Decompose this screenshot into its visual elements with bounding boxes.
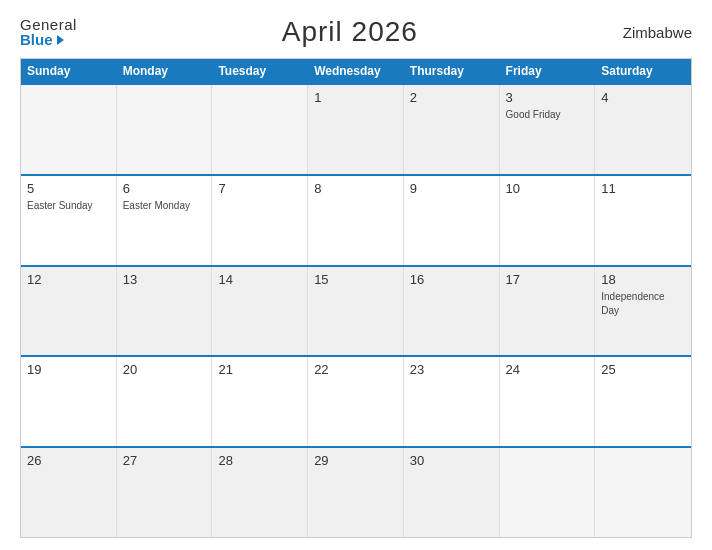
calendar-header: Sunday Monday Tuesday Wednesday Thursday… (21, 59, 691, 83)
holiday-label: Good Friday (506, 109, 561, 120)
day-number: 21 (218, 362, 301, 377)
holiday-label: Easter Monday (123, 200, 190, 211)
day-number: 23 (410, 362, 493, 377)
logo-triangle-icon (57, 35, 64, 45)
country-label: Zimbabwe (623, 24, 692, 41)
day-number: 3 (506, 90, 589, 105)
cal-cell-week4-day7: 25 (595, 357, 691, 446)
cal-cell-week4-day5: 23 (404, 357, 500, 446)
calendar-week-5: 2627282930 (21, 446, 691, 537)
logo: General Blue (20, 17, 77, 47)
cal-cell-week1-day4: 1 (308, 85, 404, 174)
day-number: 2 (410, 90, 493, 105)
day-number: 9 (410, 181, 493, 196)
day-number: 20 (123, 362, 206, 377)
cal-cell-week5-day4: 29 (308, 448, 404, 537)
calendar-grid: Sunday Monday Tuesday Wednesday Thursday… (20, 58, 692, 538)
cal-cell-week1-day7: 4 (595, 85, 691, 174)
day-number: 13 (123, 272, 206, 287)
header-saturday: Saturday (595, 59, 691, 83)
day-number: 25 (601, 362, 685, 377)
day-number: 17 (506, 272, 589, 287)
cal-cell-week5-day6 (500, 448, 596, 537)
day-number: 14 (218, 272, 301, 287)
header-wednesday: Wednesday (308, 59, 404, 83)
header-tuesday: Tuesday (212, 59, 308, 83)
day-number: 16 (410, 272, 493, 287)
cal-cell-week3-day7: 18Independence Day (595, 267, 691, 356)
day-number: 5 (27, 181, 110, 196)
cal-cell-week1-day6: 3Good Friday (500, 85, 596, 174)
cal-cell-week5-day2: 27 (117, 448, 213, 537)
day-number: 24 (506, 362, 589, 377)
page-header: General Blue April 2026 Zimbabwe (20, 16, 692, 48)
calendar-week-3: 12131415161718Independence Day (21, 265, 691, 356)
cal-cell-week2-day7: 11 (595, 176, 691, 265)
day-number: 26 (27, 453, 110, 468)
day-number: 12 (27, 272, 110, 287)
day-number: 30 (410, 453, 493, 468)
logo-blue-text: Blue (20, 32, 77, 47)
cal-cell-week4-day6: 24 (500, 357, 596, 446)
cal-cell-week2-day4: 8 (308, 176, 404, 265)
day-number: 6 (123, 181, 206, 196)
cal-cell-week3-day5: 16 (404, 267, 500, 356)
day-number: 7 (218, 181, 301, 196)
cal-cell-week4-day4: 22 (308, 357, 404, 446)
calendar-week-2: 5Easter Sunday6Easter Monday7891011 (21, 174, 691, 265)
cal-cell-week5-day5: 30 (404, 448, 500, 537)
header-friday: Friday (500, 59, 596, 83)
cal-cell-week5-day7 (595, 448, 691, 537)
day-number: 11 (601, 181, 685, 196)
calendar-week-4: 19202122232425 (21, 355, 691, 446)
cal-cell-week3-day1: 12 (21, 267, 117, 356)
cal-cell-week5-day3: 28 (212, 448, 308, 537)
calendar-week-1: 123Good Friday4 (21, 83, 691, 174)
calendar-page: General Blue April 2026 Zimbabwe Sunday … (0, 0, 712, 550)
day-number: 10 (506, 181, 589, 196)
cal-cell-week1-day5: 2 (404, 85, 500, 174)
day-number: 27 (123, 453, 206, 468)
cal-cell-week5-day1: 26 (21, 448, 117, 537)
cal-cell-week1-day2 (117, 85, 213, 174)
cal-cell-week2-day6: 10 (500, 176, 596, 265)
day-number: 15 (314, 272, 397, 287)
holiday-label: Independence Day (601, 291, 664, 316)
calendar-body: 123Good Friday45Easter Sunday6Easter Mon… (21, 83, 691, 537)
day-number: 4 (601, 90, 685, 105)
cal-cell-week4-day3: 21 (212, 357, 308, 446)
day-number: 18 (601, 272, 685, 287)
cal-cell-week2-day5: 9 (404, 176, 500, 265)
header-monday: Monday (117, 59, 213, 83)
cal-cell-week2-day1: 5Easter Sunday (21, 176, 117, 265)
cal-cell-week3-day4: 15 (308, 267, 404, 356)
cal-cell-week4-day1: 19 (21, 357, 117, 446)
cal-cell-week3-day2: 13 (117, 267, 213, 356)
cal-cell-week2-day2: 6Easter Monday (117, 176, 213, 265)
page-title: April 2026 (282, 16, 418, 48)
cal-cell-week4-day2: 20 (117, 357, 213, 446)
cal-cell-week1-day3 (212, 85, 308, 174)
day-number: 29 (314, 453, 397, 468)
day-number: 22 (314, 362, 397, 377)
cal-cell-week3-day3: 14 (212, 267, 308, 356)
cal-cell-week3-day6: 17 (500, 267, 596, 356)
day-number: 8 (314, 181, 397, 196)
logo-general-text: General (20, 17, 77, 32)
day-number: 1 (314, 90, 397, 105)
day-number: 28 (218, 453, 301, 468)
day-number: 19 (27, 362, 110, 377)
holiday-label: Easter Sunday (27, 200, 93, 211)
cal-cell-week2-day3: 7 (212, 176, 308, 265)
header-thursday: Thursday (404, 59, 500, 83)
header-sunday: Sunday (21, 59, 117, 83)
cal-cell-week1-day1 (21, 85, 117, 174)
